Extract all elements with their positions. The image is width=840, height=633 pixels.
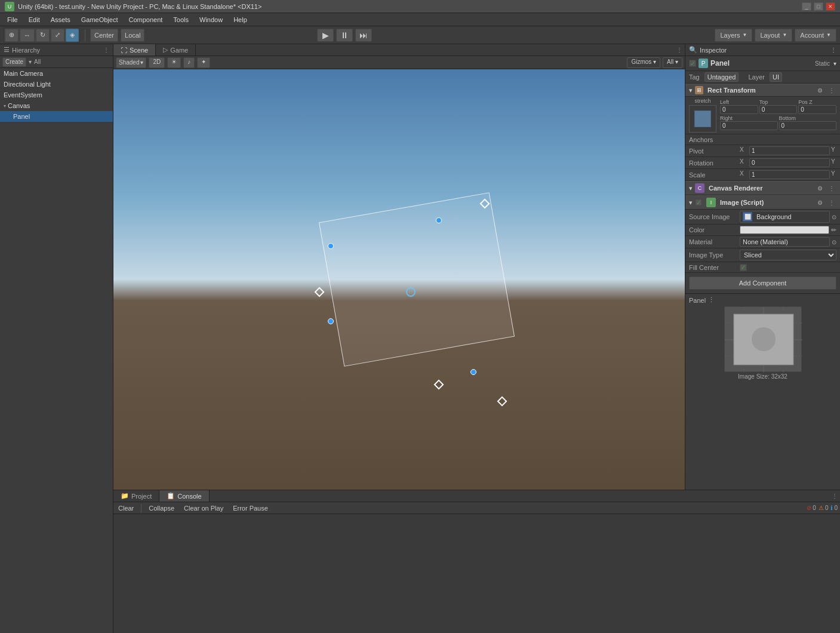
color-field[interactable] xyxy=(740,226,829,234)
handle-top-left[interactable] xyxy=(314,287,324,297)
center-button[interactable]: Center xyxy=(90,29,118,42)
move-tool[interactable]: ↔ xyxy=(20,29,35,42)
info-icon: ℹ xyxy=(830,505,833,511)
rot-x-field[interactable] xyxy=(749,158,830,167)
fill-center-checkbox[interactable]: ✓ xyxy=(740,264,747,271)
rect-transform-menu[interactable]: ⚙ xyxy=(816,87,824,94)
gizmos-area: Gizmos ▾ All ▾ xyxy=(627,57,682,68)
menu-help[interactable]: Help xyxy=(229,15,252,24)
local-button[interactable]: Local xyxy=(121,29,144,42)
handle-dot-top-right[interactable] xyxy=(436,217,442,223)
center-handle[interactable] xyxy=(406,287,416,297)
rotate-tool[interactable]: ↻ xyxy=(36,29,50,42)
canvas-renderer-header[interactable]: ▾ C Canvas Renderer ⚙ ⋮ xyxy=(685,181,840,195)
play-button[interactable]: ▶ xyxy=(317,29,334,42)
source-image-value-container[interactable]: ⬜ Background xyxy=(740,211,830,223)
scene-tab-menu[interactable]: ⋮ xyxy=(676,47,682,53)
center-inspector-wrapper: ⛶ Scene ▷ Game ⋮ Shaded ▾ xyxy=(113,44,840,633)
hierarchy-panel: ☰ Hierarchy ⋮ Create ▾ All Main Camera D… xyxy=(0,44,113,633)
menu-edit[interactable]: Edit xyxy=(24,15,45,24)
layer-value[interactable]: UI xyxy=(770,72,782,82)
handle-dot-bottom-right[interactable] xyxy=(470,369,476,375)
stretch-diagram[interactable] xyxy=(689,105,716,133)
scene-view[interactable] xyxy=(113,69,685,490)
menu-gameobject[interactable]: GameObject xyxy=(76,15,123,24)
bottom-tabs: 📁 Project 📋 Console ⋮ xyxy=(113,490,840,502)
create-button[interactable]: Create xyxy=(2,57,26,67)
hand-tool[interactable]: ⊕ xyxy=(5,29,19,42)
bottom-panel-menu[interactable]: ⋮ xyxy=(832,493,838,499)
tag-value[interactable]: Untagged xyxy=(704,72,739,82)
gizmos-button[interactable]: Gizmos ▾ xyxy=(627,57,660,68)
hierarchy-item-directional-light[interactable]: Directional Light xyxy=(0,79,113,90)
close-button[interactable]: ✕ xyxy=(826,2,835,11)
static-dropdown[interactable]: ▾ xyxy=(833,60,836,67)
minimize-button[interactable]: _ xyxy=(802,2,811,11)
canvas-renderer-more[interactable]: ⋮ xyxy=(827,185,836,192)
account-dropdown[interactable]: Account xyxy=(795,29,836,42)
object-active-checkbox[interactable]: ✓ xyxy=(689,60,696,67)
hierarchy-item-eventsystem[interactable]: EventSystem xyxy=(0,90,113,100)
menu-file[interactable]: File xyxy=(2,15,23,24)
right-field[interactable] xyxy=(720,121,778,130)
source-image-row: Source Image ⬜ Background ⊙ xyxy=(685,210,840,225)
add-component-button[interactable]: Add Component xyxy=(689,276,836,290)
scene-tab[interactable]: ⛶ Scene xyxy=(113,44,156,56)
image-script-header[interactable]: ▾ ✓ I Image (Script) ⚙ ⋮ xyxy=(685,195,840,210)
rect-transform-expand: ▾ xyxy=(689,87,693,94)
handle-arrow-bottom-right[interactable] xyxy=(497,397,507,407)
all-layers-button[interactable]: All ▾ xyxy=(663,57,682,68)
posz-field[interactable] xyxy=(798,105,836,114)
game-tab[interactable]: ▷ Game xyxy=(156,44,196,56)
material-value-container[interactable]: None (Material) xyxy=(740,237,830,247)
console-tab[interactable]: 📋 Console xyxy=(159,490,209,502)
image-script-more[interactable]: ⋮ xyxy=(827,199,836,207)
clear-button[interactable]: Clear xyxy=(116,504,136,512)
pivot-x-field[interactable] xyxy=(749,146,830,155)
canvas-renderer-menu[interactable]: ⚙ xyxy=(816,185,824,192)
bottom-field[interactable] xyxy=(779,121,837,130)
left-field[interactable] xyxy=(720,105,758,114)
hierarchy-options[interactable]: ⋮ xyxy=(103,47,109,53)
clear-on-play-button[interactable]: Clear on Play xyxy=(181,504,226,512)
image-script-menu[interactable]: ⚙ xyxy=(816,199,824,207)
color-eyedropper[interactable]: ✏ xyxy=(831,226,836,234)
rect-transform-header[interactable]: ▾ ⊞ Rect Transform ⚙ ⋮ xyxy=(685,84,840,97)
inspector-menu[interactable]: ⋮ xyxy=(830,47,836,53)
maximize-button[interactable]: □ xyxy=(814,2,823,11)
hierarchy-item-canvas[interactable]: ▾ Canvas xyxy=(0,100,113,111)
scale-x-field[interactable] xyxy=(749,170,830,179)
hierarchy-item-main-camera[interactable]: Main Camera xyxy=(0,68,113,79)
scale-tool[interactable]: ⤢ xyxy=(51,29,64,42)
pause-button[interactable]: ⏸ xyxy=(336,29,353,42)
menu-component[interactable]: Component xyxy=(124,15,167,24)
menu-assets[interactable]: Assets xyxy=(46,15,75,24)
layers-dropdown[interactable]: Layers xyxy=(715,29,752,42)
preview-menu[interactable]: ⋮ xyxy=(708,296,715,304)
source-image-pick[interactable]: ⊙ xyxy=(832,214,836,220)
scale-row: Scale X Y Z xyxy=(685,169,840,181)
step-button[interactable]: ⏭ xyxy=(355,29,372,42)
handle-arrow-bottom[interactable] xyxy=(434,380,444,390)
audio-button[interactable]: ♪ xyxy=(183,57,195,68)
material-pick[interactable]: ⊙ xyxy=(832,239,836,245)
menu-window[interactable]: Window xyxy=(195,15,227,24)
image-script-active[interactable]: ✓ xyxy=(695,199,702,206)
rect-transform-more[interactable]: ⋮ xyxy=(827,87,836,94)
layout-dropdown[interactable]: Layout xyxy=(755,29,792,42)
shaded-dropdown[interactable]: Shaded ▾ xyxy=(116,57,146,68)
image-type-select[interactable]: Sliced Simple Tiled Filled xyxy=(740,250,836,260)
rect-tool[interactable]: ◈ xyxy=(66,29,79,42)
collapse-button[interactable]: Collapse xyxy=(146,504,177,512)
error-pause-button[interactable]: Error Pause xyxy=(230,504,270,512)
project-tab[interactable]: 📁 Project xyxy=(113,490,159,502)
menu-tools[interactable]: Tools xyxy=(168,15,193,24)
2d-button[interactable]: 2D xyxy=(149,57,165,68)
fx-button[interactable]: ✦ xyxy=(197,57,210,68)
hierarchy-item-panel[interactable]: Panel xyxy=(0,111,113,122)
handle-dot-mid-left[interactable] xyxy=(328,318,334,324)
top-field[interactable] xyxy=(759,105,798,114)
lighting-button[interactable]: ☀ xyxy=(167,57,181,68)
bottom-panel: 📁 Project 📋 Console ⋮ Clear Collapse Cle… xyxy=(113,490,840,633)
handle-dot-top-left[interactable] xyxy=(328,243,334,249)
